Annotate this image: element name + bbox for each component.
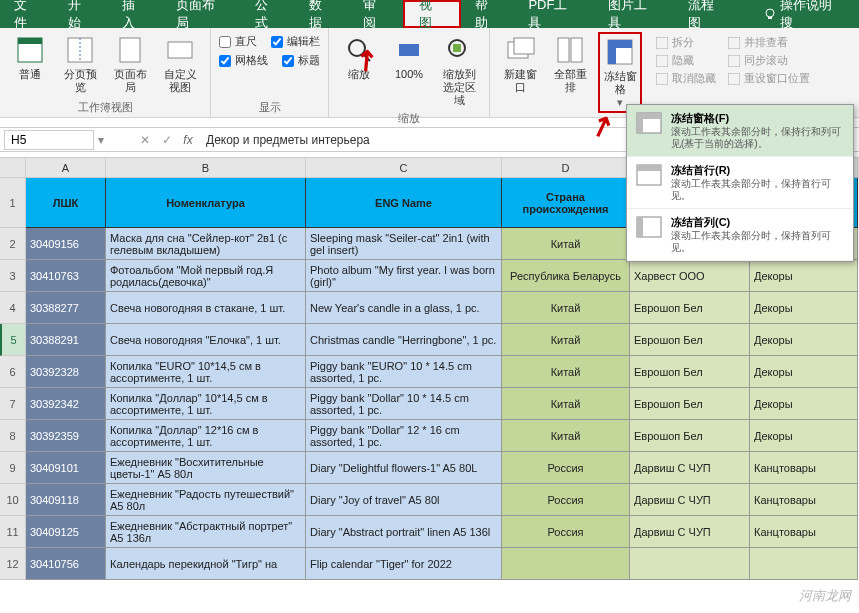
col-header-A[interactable]: A	[26, 158, 106, 177]
btn-arrange-all[interactable]: 全部重排	[548, 32, 592, 96]
header-cell[interactable]: Страна происхождения	[502, 178, 630, 228]
cell[interactable]: Декоры	[750, 292, 858, 324]
tab-pagelayout[interactable]: 页面布局	[162, 0, 242, 28]
header-cell[interactable]: ENG Name	[306, 178, 502, 228]
cell[interactable]: Еврошоп Бел	[630, 388, 750, 420]
cell[interactable]: Харвест ООО	[630, 260, 750, 292]
row-header[interactable]: 4	[0, 292, 26, 324]
dd-freeze-top-row[interactable]: 冻结首行(R)滚动工作表其余部分时，保持首行可见。	[627, 157, 853, 209]
btn-new-window[interactable]: 新建窗口	[498, 32, 542, 96]
col-header-D[interactable]: D	[502, 158, 630, 177]
row-header[interactable]: 11	[0, 516, 26, 548]
cell[interactable]: Декоры	[750, 324, 858, 356]
cell[interactable]: Календарь перекидной "Тигр" на	[106, 548, 306, 580]
cell[interactable]: Christmas candle "Herringbone", 1 pc.	[306, 324, 502, 356]
cell[interactable]: Канцтовары	[750, 484, 858, 516]
row-header[interactable]: 5	[0, 324, 26, 356]
chk-gridlines[interactable]: 网格线	[219, 53, 268, 68]
tell-me[interactable]: 操作说明搜	[749, 0, 859, 28]
btn-hide[interactable]: 隐藏	[656, 53, 716, 68]
cell[interactable]: Декоры	[750, 420, 858, 452]
cell[interactable]: New Year's candle in a glass, 1 pc.	[306, 292, 502, 324]
dd-freeze-first-col[interactable]: 冻结首列(C)滚动工作表其余部分时，保持首列可见。	[627, 209, 853, 261]
cell[interactable]: Китай	[502, 228, 630, 260]
tab-pdf[interactable]: PDF工具	[514, 0, 594, 28]
cell[interactable]: Еврошоп Бел	[630, 324, 750, 356]
btn-freeze-panes[interactable]: 冻结窗格▾	[598, 32, 642, 113]
tab-flowchart[interactable]: 流程图	[674, 0, 741, 28]
cell[interactable]	[630, 548, 750, 580]
cell[interactable]: Канцтовары	[750, 452, 858, 484]
btn-reset-window[interactable]: 重设窗口位置	[728, 71, 810, 86]
cell[interactable]: Diary "Abstract portrait" linen A5 136l	[306, 516, 502, 548]
col-header-B[interactable]: B	[106, 158, 306, 177]
fx-button[interactable]: fx	[178, 133, 198, 147]
cell[interactable]: Piggy bank "Dollar" 12 * 16 cm assorted,…	[306, 420, 502, 452]
tab-file[interactable]: 文件	[0, 0, 54, 28]
cell[interactable]: Китай	[502, 324, 630, 356]
chk-headings[interactable]: 标题	[282, 53, 320, 68]
name-box[interactable]	[4, 130, 94, 150]
cell[interactable]: 30409156	[26, 228, 106, 260]
cell[interactable]: Sleeping mask "Seiler-cat" 2in1 (with ge…	[306, 228, 502, 260]
cell[interactable]: 30388291	[26, 324, 106, 356]
cell[interactable]: Копилка "Доллар" 12*16 см в ассортименте…	[106, 420, 306, 452]
row-header[interactable]: 10	[0, 484, 26, 516]
header-cell[interactable]: Номенклатура	[106, 178, 306, 228]
cell[interactable]: Еврошоп Бел	[630, 292, 750, 324]
btn-side-by-side[interactable]: 并排查看	[728, 35, 810, 50]
row-header[interactable]: 8	[0, 420, 26, 452]
row-header[interactable]: 6	[0, 356, 26, 388]
cell[interactable]: 30392328	[26, 356, 106, 388]
dd-freeze-panes[interactable]: 冻结窗格(F)滚动工作表其余部分时，保持行和列可见(基于当前的选择)。	[627, 105, 853, 157]
tab-insert[interactable]: 插入	[108, 0, 162, 28]
cell[interactable]: 30388277	[26, 292, 106, 324]
cell[interactable]: Китай	[502, 388, 630, 420]
cell[interactable]: Piggy bank "Dollar" 10 * 14.5 cm assorte…	[306, 388, 502, 420]
cell[interactable]: 30410756	[26, 548, 106, 580]
cell[interactable]: Ежедневник "Абстрактный портрет" А5 136л	[106, 516, 306, 548]
col-header-C[interactable]: C	[306, 158, 502, 177]
tab-image[interactable]: 图片工具	[594, 0, 674, 28]
btn-split[interactable]: 拆分	[656, 35, 716, 50]
cell[interactable]: Свеча новогодняя в стакане, 1 шт.	[106, 292, 306, 324]
cell[interactable]: Дарвиш С ЧУП	[630, 484, 750, 516]
cell[interactable]: 30409118	[26, 484, 106, 516]
btn-normal[interactable]: 普通	[8, 32, 52, 83]
btn-100[interactable]: 100%	[387, 32, 431, 83]
cell[interactable]: Россия	[502, 484, 630, 516]
cell[interactable]: Ежедневник "Восхитительные цветы-1" А5 8…	[106, 452, 306, 484]
cell[interactable]: Photo album "My first year. I was born (…	[306, 260, 502, 292]
cell[interactable]: Ежедневник "Радость путешествий" А5 80л	[106, 484, 306, 516]
btn-zoom-sel[interactable]: 缩放到选定区域	[437, 32, 481, 109]
cell[interactable]: Декоры	[750, 388, 858, 420]
cell[interactable]: Diary "Joy of travel" A5 80l	[306, 484, 502, 516]
cell[interactable]: Копилка "Доллар" 10*14,5 см в ассортимен…	[106, 388, 306, 420]
row-header[interactable]: 12	[0, 548, 26, 580]
enter-icon[interactable]: ✓	[156, 133, 178, 147]
tab-help[interactable]: 帮助	[461, 0, 515, 28]
cell[interactable]: Фотоальбом "Мой первый год.Я родилась(де…	[106, 260, 306, 292]
row-header[interactable]: 3	[0, 260, 26, 292]
btn-page-break[interactable]: 分页预览	[58, 32, 102, 96]
cell[interactable]: Piggy bank "EURO" 10 * 14.5 cm assorted,…	[306, 356, 502, 388]
tab-data[interactable]: 数据	[295, 0, 349, 28]
tab-formulas[interactable]: 公式	[241, 0, 295, 28]
cell[interactable]: 30392359	[26, 420, 106, 452]
cell[interactable]: 30392342	[26, 388, 106, 420]
row-header[interactable]: 2	[0, 228, 26, 260]
cell[interactable]: Декоры	[750, 356, 858, 388]
btn-page-layout[interactable]: 页面布局	[108, 32, 152, 96]
cell[interactable]: Дарвиш С ЧУП	[630, 452, 750, 484]
tab-review[interactable]: 审阅	[349, 0, 403, 28]
btn-custom-view[interactable]: 自定义视图	[158, 32, 202, 96]
header-cell[interactable]: ЛШК	[26, 178, 106, 228]
chk-ruler[interactable]: 直尺	[219, 34, 257, 49]
cell[interactable]: Канцтовары	[750, 516, 858, 548]
row-header-1[interactable]: 1	[0, 178, 26, 228]
cell[interactable]: Китай	[502, 292, 630, 324]
dropdown-icon[interactable]: ▾	[98, 133, 104, 147]
chk-formula-bar[interactable]: 编辑栏	[271, 34, 320, 49]
cancel-icon[interactable]: ✕	[134, 133, 156, 147]
cell[interactable]: 30410763	[26, 260, 106, 292]
